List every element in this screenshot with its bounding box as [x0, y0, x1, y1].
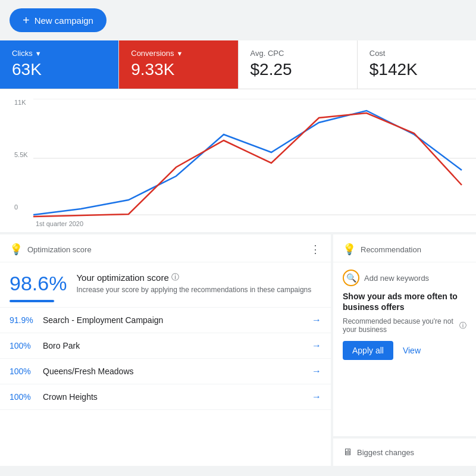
- campaign-list: 91.9% Search - Employment Campaign → 100…: [0, 308, 331, 466]
- metric-clicks[interactable]: Clicks ▼ 63K: [0, 40, 119, 89]
- conversions-chevron: ▼: [177, 50, 183, 57]
- camp-score-3: 100%: [10, 392, 43, 402]
- opt-header-left: 💡 Optimization score: [10, 243, 92, 256]
- avg-cpc-value: $2.25: [250, 60, 345, 79]
- view-button[interactable]: View: [398, 341, 425, 360]
- rec-keyword-row: 🔍 Add new keywords: [343, 270, 466, 286]
- cost-label: Cost: [369, 49, 464, 58]
- display-icon: 🖥: [343, 447, 352, 458]
- campaign-item-2[interactable]: 100% Queens/Fresh Meadows →: [0, 359, 331, 384]
- opt-score-bar-container: [10, 300, 55, 302]
- top-bar: + New campaign: [0, 0, 476, 40]
- rec-panel-title: Recommendation: [361, 245, 421, 254]
- metric-conversions[interactable]: Conversions ▼ 9.33K: [119, 40, 238, 89]
- campaign-item-3[interactable]: 100% Crown Heights →: [0, 384, 331, 410]
- opt-desc-text: Increase your score by applying the reco…: [76, 285, 311, 295]
- campaign-item-0[interactable]: 91.9% Search - Employment Campaign →: [0, 308, 331, 333]
- camp-name-3: Crown Heights: [43, 392, 312, 402]
- rec-header: 💡 Recommendation: [333, 234, 476, 262]
- optimization-score-panel: 💡 Optimization score ⋮ 98.6% Your optimi…: [0, 234, 333, 466]
- conversions-label: Conversions ▼: [131, 49, 226, 58]
- right-panel: 💡 Recommendation 🔍 Add new keywords Show…: [333, 234, 476, 466]
- rec-title: Show your ads more often to business off…: [343, 291, 466, 312]
- camp-score-2: 100%: [10, 367, 43, 376]
- rec-subtitle: Recommended because you're not your busi…: [343, 317, 466, 334]
- camp-name-2: Queens/Fresh Meadows: [43, 367, 312, 376]
- y-label-bottom: 0: [14, 203, 18, 211]
- bc-header: 🖥 Biggest changes: [343, 447, 466, 458]
- rec-actions: Apply all View: [343, 341, 466, 360]
- opt-panel-title: Optimization score: [27, 245, 92, 254]
- red-line: [33, 113, 462, 217]
- biggest-changes-card: 🖥 Biggest changes: [333, 439, 476, 466]
- opt-desc-title: Your optimization score ⓘ: [76, 272, 311, 283]
- opt-main-section: 98.6% Your optimization score ⓘ Increase…: [0, 262, 331, 308]
- clicks-value: 63K: [12, 60, 107, 79]
- clicks-chevron: ▼: [35, 50, 42, 57]
- opt-score-bar: [10, 300, 54, 302]
- x-axis-label: 1st quarter 2020: [12, 220, 464, 227]
- search-orange-icon: 🔍: [343, 270, 359, 286]
- camp-name-1: Boro Park: [43, 341, 312, 350]
- camp-name-0: Search - Employment Campaign: [43, 315, 312, 325]
- bc-title: Biggest changes: [357, 448, 414, 457]
- camp-score-0: 91.9%: [10, 315, 43, 325]
- y-label-mid: 5.5K: [14, 151, 28, 158]
- rec-help-icon: ⓘ: [459, 321, 466, 331]
- new-campaign-label: New campaign: [35, 15, 93, 26]
- y-label-top: 11K: [14, 99, 26, 106]
- camp-arrow-0: →: [312, 315, 321, 325]
- new-campaign-button[interactable]: + New campaign: [10, 8, 107, 32]
- apply-all-button[interactable]: Apply all: [343, 341, 393, 360]
- camp-score-1: 100%: [10, 341, 43, 350]
- opt-score-big: 98.6%: [10, 272, 67, 295]
- campaign-item-1[interactable]: 100% Boro Park →: [0, 333, 331, 359]
- cost-value: $142K: [369, 60, 464, 79]
- metric-avg-cpc: Avg. CPC $2.25: [239, 40, 358, 89]
- plus-icon: +: [23, 14, 30, 26]
- camp-arrow-3: →: [312, 392, 321, 402]
- rec-body: 🔍 Add new keywords Show your ads more of…: [333, 262, 476, 367]
- opt-score-left: 98.6%: [10, 272, 67, 302]
- camp-arrow-2: →: [312, 366, 321, 377]
- rec-keyword-label: Add new keywords: [364, 274, 429, 283]
- avg-cpc-label: Avg. CPC: [250, 49, 345, 58]
- chart-container: 11K 5.5K 0: [12, 99, 464, 218]
- conversions-value: 9.33K: [131, 60, 226, 79]
- opt-panel-header: 💡 Optimization score ⋮: [0, 234, 331, 262]
- camp-arrow-1: →: [312, 340, 321, 351]
- more-options-icon[interactable]: ⋮: [310, 243, 321, 256]
- help-circle-icon: ⓘ: [171, 272, 179, 283]
- chart-svg: [33, 99, 476, 218]
- bottom-section: 💡 Optimization score ⋮ 98.6% Your optimi…: [0, 234, 476, 466]
- recommendation-card: 💡 Recommendation 🔍 Add new keywords Show…: [333, 234, 476, 439]
- bulb-icon: 💡: [10, 243, 23, 256]
- clicks-label: Clicks ▼: [12, 49, 107, 58]
- metrics-row: Clicks ▼ 63K Conversions ▼ 9.33K Avg. CP…: [0, 40, 476, 89]
- rec-bulb-icon: 💡: [343, 243, 356, 256]
- opt-desc: Your optimization score ⓘ Increase your …: [76, 272, 311, 295]
- chart-area: 11K 5.5K 0 1st quarter 2020: [0, 89, 476, 234]
- metric-cost: Cost $142K: [358, 40, 476, 89]
